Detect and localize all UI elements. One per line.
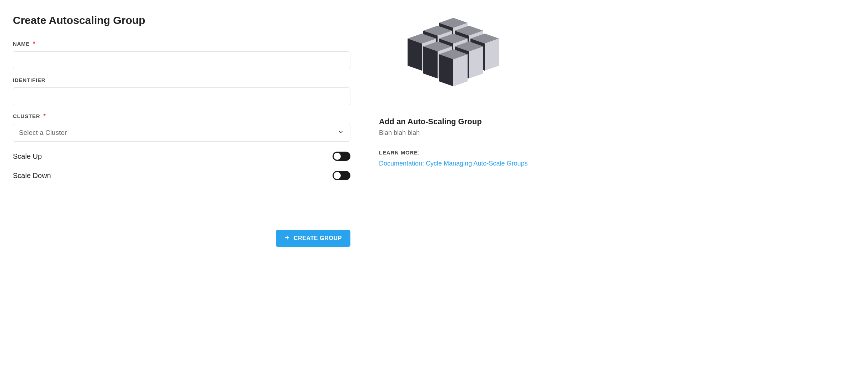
aside-description: Blah blah blah: [379, 129, 529, 137]
page-title: Create Autoscaling Group: [13, 14, 350, 26]
scale-up-label: Scale Up: [13, 152, 42, 161]
plus-icon: [284, 235, 290, 242]
cluster-select[interactable]: Select a Cluster: [13, 124, 350, 142]
svg-marker-19: [485, 39, 499, 71]
scale-down-row: Scale Down: [13, 171, 350, 180]
cluster-select-placeholder: Select a Cluster: [19, 129, 67, 137]
name-label: NAME *: [13, 41, 350, 47]
toggle-knob: [334, 153, 341, 160]
cluster-field-group: CLUSTER * Select a Cluster: [13, 113, 350, 142]
scale-down-label: Scale Down: [13, 172, 51, 180]
name-input[interactable]: [13, 51, 350, 69]
create-group-button[interactable]: CREATE GROUP: [276, 230, 350, 247]
cluster-label: CLUSTER *: [13, 113, 350, 120]
svg-marker-27: [439, 54, 453, 86]
servers-illustration: [379, 14, 529, 107]
svg-marker-12: [408, 39, 422, 71]
server-cluster-icon: [408, 14, 500, 107]
name-label-text: NAME: [13, 41, 30, 47]
svg-marker-25: [469, 46, 483, 78]
required-asterisk-icon: *: [33, 41, 35, 47]
aside-title: Add an Auto-Scaling Group: [379, 117, 529, 126]
aside-column: Add an Auto-Scaling Group Blah blah blah…: [379, 14, 529, 247]
learn-more-label: LEARN MORE:: [379, 149, 529, 156]
name-field-group: NAME *: [13, 41, 350, 69]
scale-down-toggle[interactable]: [333, 171, 350, 180]
form-column: Create Autoscaling Group NAME * IDENTIFI…: [13, 14, 350, 247]
scale-up-row: Scale Up: [13, 152, 350, 161]
svg-marker-21: [423, 46, 438, 78]
required-asterisk-icon: *: [43, 113, 46, 119]
cluster-label-text: CLUSTER: [13, 113, 40, 119]
identifier-label-text: IDENTIFIER: [13, 77, 45, 83]
actions-row: CREATE GROUP: [13, 230, 350, 247]
documentation-link[interactable]: Documentation: Cycle Managing Auto-Scale…: [379, 160, 528, 167]
identifier-label: IDENTIFIER: [13, 77, 350, 83]
identifier-field-group: IDENTIFIER: [13, 77, 350, 105]
svg-marker-28: [453, 54, 468, 86]
create-button-label: CREATE GROUP: [294, 235, 342, 242]
divider: [13, 223, 350, 223]
toggle-knob: [334, 172, 341, 179]
scale-up-toggle[interactable]: [333, 152, 350, 161]
identifier-input[interactable]: [13, 87, 350, 105]
cluster-select-wrapper: Select a Cluster: [13, 124, 350, 142]
